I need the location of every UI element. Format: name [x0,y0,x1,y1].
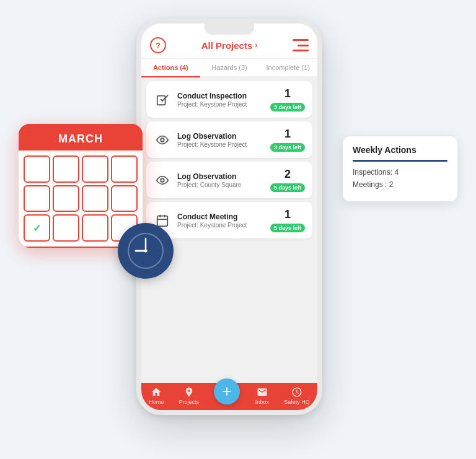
observation-icon-2 [154,172,171,189]
svg-rect-3 [157,216,168,226]
action-item-3[interactable]: Conduct Meeting Project: Keystone Projec… [146,202,312,238]
cal-cell-8 [111,185,138,212]
cal-cell-10 [53,214,79,242]
phone-shell: ? All Projects › Actions (4) Haza [136,19,322,415]
help-icon[interactable]: ? [150,37,166,53]
nav-home[interactable]: Home [149,387,164,405]
cal-cell-5 [24,185,50,212]
action-right-3: 1 5 days left [270,208,305,232]
phone-notch [205,24,254,35]
svg-point-1 [161,138,164,142]
action-info-2: Log Observation Project: County Square [177,172,264,188]
phone-mockup: ? All Projects › Actions (4) Haza [136,19,322,415]
action-item-0[interactable]: Conduct Inspection Project: Keystone Pro… [146,81,312,118]
weekly-stat-inspections: Inspections: 4 [353,168,447,177]
app-screen: ? All Projects › Actions (4) Haza [141,24,317,410]
nav-inbox[interactable]: Inbox [255,387,269,405]
calendar-widget: MARCH ✓ [19,124,143,248]
clock-face [127,232,164,269]
svg-point-10 [144,250,148,253]
clock-svg [127,232,164,269]
weekly-stat-meetings: Meetings : 2 [353,180,447,189]
cal-cell-4 [111,155,138,183]
weekly-divider [353,160,447,162]
weekly-actions-card: Weekly Actions Inspections: 4 Meetings :… [343,136,457,201]
nav-add-button[interactable] [214,378,240,404]
action-item-2[interactable]: Log Observation Project: County Square 2… [146,162,312,198]
nav-safety-hq[interactable]: Safety HQ [284,387,310,405]
cal-cell-3 [82,155,108,183]
action-right-1: 1 3 days left [270,128,305,152]
action-right-0: 1 3 days left [270,87,305,111]
cal-cell-2 [53,155,79,183]
tab-hazards[interactable]: Hazards (3) [200,59,259,76]
inspection-icon [154,91,171,108]
cal-cell-11 [82,214,108,242]
action-item-1[interactable]: Log Observation Project: Keystone Projec… [146,121,312,158]
menu-icon[interactable] [293,39,309,51]
cal-cell-1 [24,155,50,183]
calendar-header: MARCH [19,124,143,151]
weekly-card-title: Weekly Actions [353,145,447,155]
tab-bar: Actions (4) Hazards (3) Incomplete (1) [141,59,317,77]
header-title[interactable]: All Projects › [201,40,258,51]
header-chevron: › [255,41,257,50]
nav-projects[interactable]: Projects [179,387,200,405]
cal-cell-check: ✓ [24,214,50,242]
action-info-3: Conduct Meeting Project: Keystone Projec… [177,212,264,229]
bottom-nav: Home Projects Inbox Safety HQ [141,383,317,410]
action-list: Conduct Inspection Project: Keystone Pro… [141,77,317,383]
observation-icon-1 [154,131,171,149]
checkmark-icon: ✓ [33,222,41,234]
cal-cell-6 [53,185,79,212]
clock-widget [118,223,174,279]
cal-cell-7 [82,185,108,212]
action-info-1: Log Observation Project: Keystone Projec… [177,132,264,148]
action-right-2: 2 5 days left [270,168,305,192]
tab-actions[interactable]: Actions (4) [141,59,200,76]
action-info-0: Conduct Inspection Project: Keystone Pro… [177,92,264,108]
tab-incomplete[interactable]: Incomplete (1) [258,59,317,76]
calendar-month: MARCH [25,133,136,146]
svg-point-2 [161,178,164,182]
